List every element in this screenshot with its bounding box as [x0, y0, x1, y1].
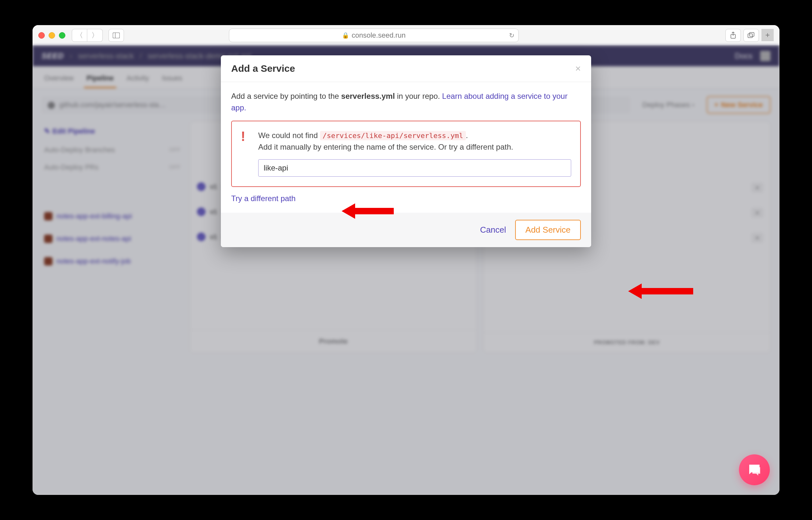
sidebar-icon	[113, 32, 120, 38]
modal-intro: Add a service by pointing to the serverl…	[231, 90, 581, 113]
close-icon[interactable]: ×	[575, 63, 581, 74]
modal-title: Add a Service	[231, 63, 295, 74]
share-icon	[730, 32, 736, 39]
chat-icon	[746, 462, 762, 477]
error-box: ! We could not find /services/like-api/s…	[231, 121, 581, 187]
svg-rect-0	[113, 32, 120, 38]
share-button[interactable]	[726, 29, 741, 42]
browser-titlebar: 〈 〉 🔒 console.seed.run ↻	[32, 25, 780, 46]
exclamation-icon: !	[241, 130, 251, 142]
window-close-button[interactable]	[38, 32, 45, 38]
forward-button[interactable]: 〉	[87, 29, 103, 42]
try-different-path-link[interactable]: Try a different path	[231, 194, 581, 203]
window-zoom-button[interactable]	[59, 32, 66, 38]
chat-button[interactable]	[739, 454, 770, 485]
tabs-icon	[747, 32, 755, 38]
tabs-button[interactable]	[743, 29, 759, 42]
error-path-code: /services/like-api/serverless.yml	[320, 131, 466, 140]
svg-rect-5	[750, 32, 754, 36]
service-name-input[interactable]	[258, 159, 571, 177]
add-service-modal: Add a Service × Add a service by pointin…	[221, 55, 591, 247]
traffic-lights	[38, 32, 66, 38]
new-tab-button[interactable]: +	[761, 29, 774, 41]
sidebar-toggle-button[interactable]	[108, 29, 124, 42]
window-minimize-button[interactable]	[49, 32, 55, 38]
modal-overlay: Add a Service × Add a service by pointin…	[32, 46, 780, 495]
annotation-arrow	[628, 284, 693, 299]
cancel-button[interactable]: Cancel	[480, 225, 506, 235]
add-service-button[interactable]: Add Service	[515, 220, 581, 240]
url-bar[interactable]: 🔒 console.seed.run ↻	[229, 29, 519, 42]
svg-rect-4	[748, 34, 753, 37]
annotation-arrow	[341, 203, 394, 219]
lock-icon: 🔒	[342, 32, 349, 39]
browser-window: 〈 〉 🔒 console.seed.run ↻	[32, 25, 780, 495]
url-host: console.seed.run	[352, 31, 406, 40]
nav-buttons: 〈 〉	[72, 29, 103, 42]
back-button[interactable]: 〈	[72, 29, 87, 42]
toolbar-right: +	[726, 29, 774, 42]
reload-button[interactable]: ↻	[509, 31, 514, 39]
